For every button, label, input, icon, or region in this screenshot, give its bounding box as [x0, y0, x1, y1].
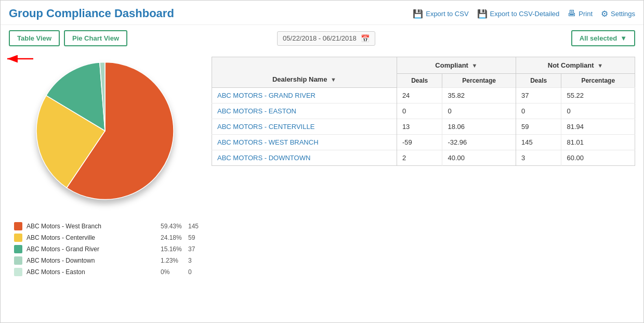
th-compliant-group: Compliant ▼ [397, 57, 516, 74]
dealership-link[interactable]: ABC MOTORS - CENTERVILLE [217, 123, 314, 131]
td-dealership: ABC MOTORS - DOWNTOWN [212, 150, 397, 166]
header: Group Compliance Dashboard 💾 Export to C… [1, 1, 643, 25]
td-compliant-deals: 24 [397, 88, 442, 104]
calendar-icon: 📅 [361, 34, 370, 43]
td-dealership: ABC MOTORS - GRAND RIVER [212, 88, 397, 104]
sort-arrow-compliant[interactable]: ▼ [472, 62, 478, 69]
td-compliant-deals: 13 [397, 119, 442, 135]
dropdown-arrow-icon: ▼ [620, 34, 627, 42]
td-dealership: ABC MOTORS - WEST BRANCH [212, 135, 397, 150]
legend-pct: 0% [161, 268, 184, 276]
legend-item: ABC Motors - Grand River 15.16% 37 [14, 245, 201, 253]
dealership-link[interactable]: ABC MOTORS - WEST BRANCH [217, 138, 319, 146]
legend-color-swatch [14, 256, 22, 265]
td-not-compliant-deals: 37 [516, 88, 561, 104]
td-not-compliant-pct: 60.00 [561, 150, 635, 166]
toolbar: Table View Pie Chart View 05/22/2018 - 0… [1, 25, 643, 51]
table-row: ABC MOTORS - CENTERVILLE 13 18.06 59 81.… [212, 119, 635, 135]
legend-label: ABC Motors - Grand River [27, 246, 156, 253]
table-body: ABC MOTORS - GRAND RIVER 24 35.82 37 55.… [212, 88, 635, 166]
date-range-picker[interactable]: 05/22/2018 - 06/21/2018 📅 [277, 31, 375, 46]
page-title: Group Compliance Dashboard [9, 7, 174, 20]
export-csv-button[interactable]: 💾 Export to CSV [413, 9, 468, 19]
td-not-compliant-deals: 0 [516, 104, 561, 119]
legend-pct: 59.43% [161, 223, 184, 230]
table-row: ABC MOTORS - DOWNTOWN 2 40.00 3 60.00 [212, 150, 635, 166]
dealership-link[interactable]: ABC MOTORS - EASTON [217, 107, 296, 115]
all-selected-label: All selected [580, 34, 617, 42]
legend-val: 145 [188, 223, 201, 230]
td-not-compliant-pct: 81.01 [561, 135, 635, 150]
td-compliant-pct: 40.00 [442, 150, 516, 166]
legend-pct: 1.23% [161, 257, 184, 264]
pie-chart [27, 57, 183, 213]
legend-item: ABC Motors - Easton 0% 0 [14, 268, 201, 276]
sort-arrow-not-compliant[interactable]: ▼ [597, 62, 603, 69]
legend-item: ABC Motors - Centerville 24.18% 59 [14, 234, 201, 242]
table-row: ABC MOTORS - EASTON 0 0 0 0 [212, 104, 635, 119]
td-compliant-deals: 0 [397, 104, 442, 119]
th-dealership: Dealership Name ▼ [212, 57, 397, 88]
th-not-compliant-deals: Deals [516, 74, 561, 88]
print-icon: 🖶 [568, 9, 576, 18]
legend-item: ABC Motors - West Branch 59.43% 145 [14, 222, 201, 230]
settings-button[interactable]: ⚙ Settings [601, 9, 635, 19]
legend-color-swatch [14, 268, 22, 276]
td-compliant-pct: 0 [442, 104, 516, 119]
pie-chart-view-tab[interactable]: Pie Chart View [64, 30, 127, 46]
legend-pct: 24.18% [161, 234, 184, 241]
export-detailed-icon: 💾 [477, 9, 488, 19]
export-icon: 💾 [413, 9, 423, 19]
header-actions: 💾 Export to CSV 💾 Export to CSV-Detailed… [413, 9, 635, 19]
compliance-table: Dealership Name ▼ Compliant ▼ Not Compli… [212, 57, 635, 166]
td-not-compliant-deals: 3 [516, 150, 561, 166]
page-wrapper: Group Compliance Dashboard 💾 Export to C… [0, 0, 644, 323]
legend-label: ABC Motors - Centerville [27, 234, 156, 241]
legend-val: 0 [188, 268, 201, 276]
export-csv-label: Export to CSV [426, 10, 468, 18]
dealership-link[interactable]: ABC MOTORS - GRAND RIVER [217, 92, 316, 99]
td-not-compliant-deals: 145 [516, 135, 561, 150]
th-not-compliant-group: Not Compliant ▼ [516, 57, 635, 74]
legend-val: 59 [188, 234, 201, 241]
td-compliant-pct: -32.96 [442, 135, 516, 150]
table-area: Dealership Name ▼ Compliant ▼ Not Compli… [212, 57, 635, 279]
legend-val: 3 [188, 257, 201, 264]
td-not-compliant-pct: 0 [561, 104, 635, 119]
all-selected-button[interactable]: All selected ▼ [571, 30, 635, 46]
table-row: ABC MOTORS - GRAND RIVER 24 35.82 37 55.… [212, 88, 635, 104]
td-not-compliant-deals: 59 [516, 119, 561, 135]
chart-legend: ABC Motors - West Branch 59.43% 145 ABC … [9, 222, 201, 276]
th-compliant-deals: Deals [397, 74, 442, 88]
legend-label: ABC Motors - Easton [27, 268, 156, 276]
td-compliant-deals: -59 [397, 135, 442, 150]
gear-icon: ⚙ [601, 9, 608, 19]
print-label: Print [579, 10, 593, 18]
dealership-link[interactable]: ABC MOTORS - DOWNTOWN [217, 154, 310, 162]
table-row: ABC MOTORS - WEST BRANCH -59 -32.96 145 … [212, 135, 635, 150]
legend-color-swatch [14, 245, 22, 253]
td-compliant-deals: 2 [397, 150, 442, 166]
main-content: ABC Motors - West Branch 59.43% 145 ABC … [1, 51, 643, 285]
pie-chart-container [27, 57, 183, 213]
export-csv-detailed-label: Export to CSV-Detailed [490, 10, 560, 18]
legend-color-swatch [14, 234, 22, 242]
legend-pct: 15.16% [161, 246, 184, 253]
sort-arrow-dealership[interactable]: ▼ [331, 76, 336, 83]
legend-item: ABC Motors - Downtown 1.23% 3 [14, 256, 201, 265]
print-button[interactable]: 🖶 Print [568, 9, 593, 18]
td-compliant-pct: 35.82 [442, 88, 516, 104]
legend-color-swatch [14, 222, 22, 230]
export-csv-detailed-button[interactable]: 💾 Export to CSV-Detailed [477, 9, 560, 19]
table-view-tab[interactable]: Table View [9, 30, 60, 46]
td-dealership: ABC MOTORS - CENTERVILLE [212, 119, 397, 135]
settings-label: Settings [611, 10, 635, 18]
legend-label: ABC Motors - West Branch [27, 223, 156, 230]
td-dealership: ABC MOTORS - EASTON [212, 104, 397, 119]
th-compliant-pct: Percentage [442, 74, 516, 88]
chart-area: ABC Motors - West Branch 59.43% 145 ABC … [9, 57, 201, 279]
td-compliant-pct: 18.06 [442, 119, 516, 135]
date-range-value: 05/22/2018 - 06/21/2018 [283, 34, 357, 42]
th-not-compliant-pct: Percentage [561, 74, 635, 88]
td-not-compliant-pct: 55.22 [561, 88, 635, 104]
